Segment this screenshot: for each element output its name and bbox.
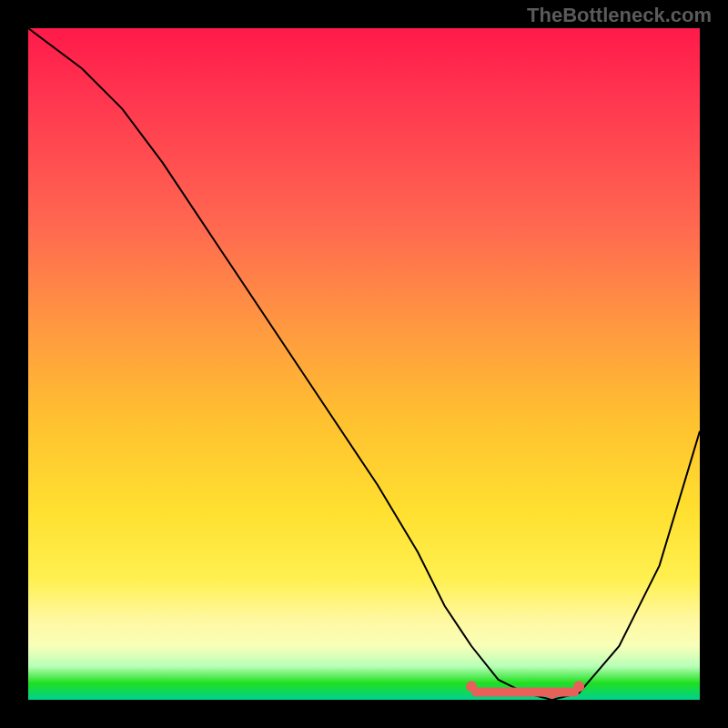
bottleneck-curve <box>28 28 700 700</box>
optimal-dot <box>573 681 584 692</box>
optimal-markers <box>466 681 584 699</box>
optimal-dot <box>548 690 557 699</box>
optimal-pill <box>471 688 579 697</box>
plot-area <box>28 28 700 700</box>
watermark-text: TheBottleneck.com <box>527 4 712 27</box>
optimal-dot <box>466 681 477 692</box>
chart-svg <box>28 28 700 700</box>
